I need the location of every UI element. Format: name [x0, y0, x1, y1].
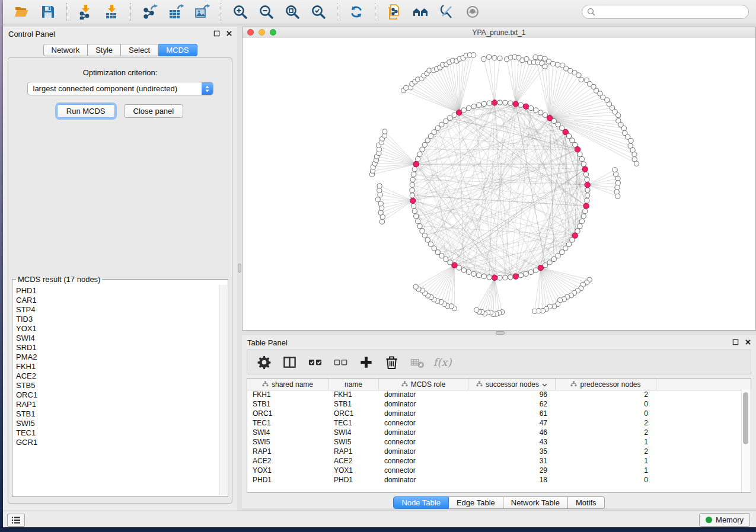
network-graph[interactable] [243, 38, 755, 330]
float-panel-icon[interactable] [213, 30, 220, 37]
column-header-successor-nodes[interactable]: successor nodes [468, 379, 556, 390]
table-row[interactable]: YOX1YOX1connector291 [247, 466, 742, 475]
clone-network-icon[interactable] [385, 3, 403, 21]
mcds-result-item[interactable]: STB1 [16, 409, 219, 419]
export-image-icon[interactable] [193, 3, 211, 21]
mcds-list-scrollbar[interactable] [219, 285, 227, 495]
refresh-icon[interactable] [347, 3, 365, 21]
add-row-icon[interactable] [358, 354, 374, 370]
tab-style[interactable]: Style [88, 44, 121, 56]
zoom-selected-icon[interactable] [310, 3, 327, 21]
export-table-icon[interactable] [167, 3, 185, 21]
mcds-result-item[interactable]: SWI4 [16, 334, 219, 343]
cell-name: ACE2 [328, 456, 379, 466]
close-panel-button[interactable]: Close panel [124, 104, 184, 118]
table-row[interactable]: FKH1FKH1dominator962 [247, 390, 742, 399]
table-scrollbar[interactable] [741, 390, 751, 492]
select-all-icon[interactable] [307, 354, 323, 370]
memory-button[interactable]: Memory [699, 513, 750, 527]
vertical-splitter[interactable] [237, 27, 242, 511]
show-columns-icon[interactable] [281, 354, 298, 370]
zoom-fit-icon[interactable] [283, 3, 301, 21]
delete-row-icon[interactable] [383, 354, 400, 370]
table-row[interactable]: TEC1TEC1connector472 [247, 418, 742, 428]
deselect-all-icon[interactable] [332, 354, 349, 370]
search-network-icon[interactable] [412, 3, 429, 21]
optimization-select[interactable]: largest connected component (undirected) [27, 82, 213, 95]
column-label: successor nodes [486, 380, 539, 389]
table-panel-title: Table Panel [247, 338, 288, 347]
close-panel-icon[interactable] [226, 30, 232, 37]
cell-name: STB1 [328, 399, 379, 409]
table-row[interactable]: ORC1ORC1dominator610 [247, 409, 742, 418]
zoom-in-icon[interactable] [231, 3, 249, 21]
cell-predecessor-nodes: 0 [556, 409, 656, 418]
float-panel-icon[interactable] [732, 339, 739, 345]
mcds-result-item[interactable]: SRD1 [16, 343, 219, 352]
mcds-result-item[interactable]: CAR1 [16, 296, 219, 305]
column-header-name[interactable]: name [328, 379, 379, 390]
mcds-result-item[interactable]: FKH1 [16, 362, 219, 371]
import-network-icon[interactable] [77, 3, 95, 21]
table-row[interactable]: PHD1PHD1dominator180 [247, 475, 742, 485]
horizontal-splitter-handle[interactable] [496, 331, 505, 335]
table-row[interactable]: RAP1RAP1dominator352 [247, 447, 742, 456]
table-row[interactable]: ACE2ACE2connector311 [247, 456, 742, 466]
cell-name: SWI5 [328, 437, 379, 447]
mcds-result-item[interactable]: STP4 [16, 305, 219, 315]
zoom-out-icon[interactable] [257, 3, 275, 21]
cell-shared-name: STB1 [247, 399, 328, 409]
tab-network[interactable]: Network [43, 44, 88, 56]
mcds-result-item[interactable]: SWI5 [16, 419, 219, 428]
hide-unhide-icon[interactable] [438, 3, 455, 21]
open-file-icon[interactable] [13, 3, 31, 21]
cell-successor-nodes: 46 [468, 428, 556, 437]
network-canvas[interactable] [243, 38, 755, 330]
select-stepper-icon [202, 82, 213, 95]
control-panel: Control Panel NetworkStyleSelectMCDS Opt… [3, 27, 237, 511]
mcds-result-item[interactable]: PMA2 [16, 352, 219, 362]
tab-motifs[interactable]: Motifs [568, 496, 605, 509]
export-network-icon[interactable] [141, 3, 159, 21]
task-history-button[interactable] [7, 514, 25, 527]
import-table-icon[interactable] [103, 3, 121, 21]
column-header-predecessor-nodes[interactable]: predecessor nodes [556, 379, 656, 390]
cell-successor-nodes: 35 [468, 447, 556, 456]
tab-node-table[interactable]: Node Table [393, 496, 449, 509]
mcds-result-item[interactable]: PHD1 [16, 286, 219, 296]
search-input[interactable] [582, 5, 749, 19]
table-row[interactable]: STB1STB1dominator620 [247, 399, 742, 409]
table-row[interactable]: SWI5SWI5connector431 [247, 437, 742, 447]
column-header-shared-name[interactable]: shared name [247, 379, 328, 390]
mcds-result-item[interactable]: YOX1 [16, 324, 219, 334]
cell-MCDS-role: connector [379, 456, 468, 466]
vertical-splitter-handle[interactable] [238, 264, 241, 273]
close-panel-icon[interactable] [745, 339, 751, 345]
cell-predecessor-nodes: 2 [556, 390, 656, 399]
show-graphics-icon[interactable] [464, 3, 481, 21]
mcds-result-item[interactable]: ORC1 [16, 390, 219, 400]
cell-MCDS-role: dominator [379, 428, 468, 437]
column-namespace-icon [401, 380, 408, 389]
table-row[interactable]: SWI4SWI4dominator462 [247, 428, 742, 437]
cell-successor-nodes: 29 [468, 466, 556, 475]
tab-mcds[interactable]: MCDS [158, 44, 197, 56]
table-settings-icon[interactable] [256, 354, 272, 370]
tab-select[interactable]: Select [121, 44, 158, 56]
save-session-icon[interactable] [39, 3, 57, 21]
mcds-result-item[interactable]: TID3 [16, 315, 219, 324]
mcds-result-item[interactable]: ACE2 [16, 371, 219, 381]
mcds-result-item[interactable]: GCR1 [16, 438, 219, 447]
table-scrollbar-thumb[interactable] [743, 392, 748, 444]
mcds-result-item[interactable]: RAP1 [16, 400, 219, 409]
tab-network-table[interactable]: Network Table [503, 496, 568, 509]
column-namespace-icon [476, 380, 483, 389]
column-header-MCDS-role[interactable]: MCDS role [379, 379, 468, 390]
control-panel-header: Control Panel [3, 27, 237, 41]
mcds-result-item[interactable]: TEC1 [16, 428, 219, 438]
tab-edge-table[interactable]: Edge Table [449, 496, 503, 509]
run-mcds-button[interactable]: Run MCDS [57, 104, 115, 118]
search-icon [587, 8, 595, 18]
mcds-result-item[interactable]: STB5 [16, 381, 219, 390]
horizontal-splitter[interactable] [242, 331, 756, 335]
